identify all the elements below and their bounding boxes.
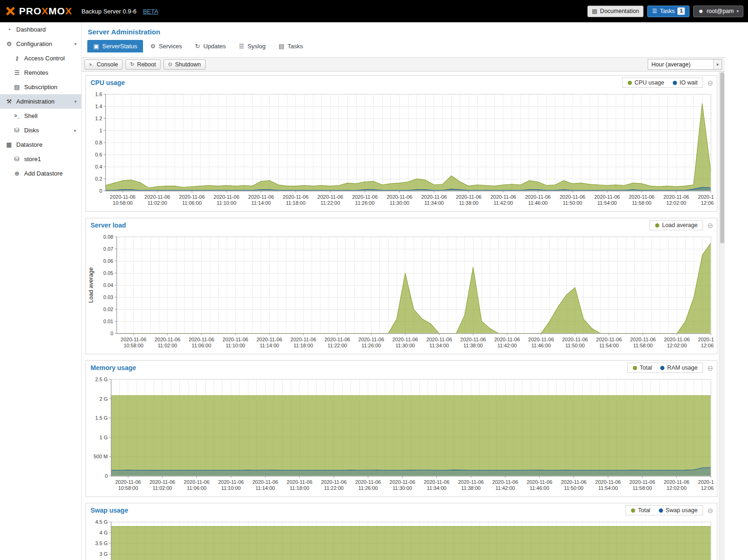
sidebar-item-label: Datastore — [16, 141, 42, 148]
chevron-right-icon[interactable]: ▸ — [74, 128, 78, 133]
tasks-icon: ☰ — [652, 8, 657, 14]
chart-legend: TotalRAM usage — [627, 363, 703, 373]
sidebar-item-datastore[interactable]: ▦Datastore — [0, 137, 81, 152]
disks-icon: ⛁ — [13, 127, 21, 134]
chart-panel-header: Server loadLoad average⊖ — [86, 218, 717, 232]
collapse-icon[interactable]: ⊖ — [707, 222, 713, 229]
tab-updates[interactable]: ↻Updates — [189, 40, 232, 52]
chevron-down-icon[interactable]: ▾ — [74, 41, 78, 46]
updates-icon: ↻ — [195, 43, 200, 50]
documentation-button[interactable]: ▤ Documentation — [587, 6, 644, 17]
legend-item: IO wait — [673, 79, 698, 86]
sidebar-item-label: Administration — [16, 98, 54, 105]
svg-text:Load average: Load average — [88, 267, 94, 303]
svg-text:2020-11-0611:22:00: 2020-11-0611:22:00 — [321, 479, 346, 491]
toolbar-button-label: Shutdown — [175, 61, 201, 68]
sidebar-item-store1[interactable]: ⛁store1 — [0, 152, 81, 166]
chart-title: Memory usage — [91, 364, 136, 371]
legend-label: CPU usage — [635, 79, 664, 86]
svg-text:2020-11-0611:46:00: 2020-11-0611:46:00 — [525, 194, 551, 206]
svg-text:2020-11-0611:46:00: 2020-11-0611:46:00 — [527, 479, 552, 491]
add-datastore-icon: ⊕ — [13, 170, 21, 177]
legend-item: CPU usage — [628, 79, 664, 86]
server-status-region: >_Console↻Reboot⊙Shutdown Hour (average)… — [82, 57, 725, 560]
services-icon: ⚙ — [150, 43, 156, 50]
tab-label: Updates — [203, 43, 226, 50]
sidebar-item-disks[interactable]: ⛁Disks▸ — [0, 123, 81, 137]
chart-legend: Load average — [650, 220, 703, 230]
user-label: root@pam — [707, 8, 734, 14]
tab-tasks[interactable]: ▤Tasks — [273, 40, 309, 52]
sidebar-item-configuration[interactable]: ⚙Configuration▾ — [0, 37, 81, 51]
reboot-button[interactable]: ↻Reboot — [125, 59, 161, 70]
tab-services[interactable]: ⚙Services — [144, 40, 188, 52]
collapse-icon[interactable]: ⊖ — [707, 365, 713, 371]
chart-legend: CPU usageIO wait — [622, 78, 703, 88]
shutdown-button[interactable]: ⊙Shutdown — [163, 59, 206, 70]
svg-text:0.4: 0.4 — [95, 164, 102, 169]
svg-text:2020-11-0611:58:00: 2020-11-0611:58:00 — [630, 479, 655, 491]
svg-text:2020-11-0611:30:00: 2020-11-0611:30:00 — [392, 337, 418, 348]
reboot-icon: ↻ — [130, 61, 134, 67]
access-control-icon: ⚷ — [13, 55, 21, 62]
svg-text:0.08: 0.08 — [104, 234, 113, 240]
svg-text:2020-11-0610:58:00: 2020-11-0610:58:00 — [110, 194, 136, 206]
svg-text:2020-11-0611:58:00: 2020-11-0611:58:00 — [629, 194, 654, 206]
sidebar-item-remotes[interactable]: ☰Remotes — [0, 65, 81, 80]
chevron-down-icon: ▾ — [736, 9, 739, 13]
legend-label: Total — [640, 365, 652, 371]
svg-text:2020-11-0611:06:00: 2020-11-0611:06:00 — [189, 337, 214, 348]
chart-panel-header: CPU usageCPU usageIO wait⊖ — [86, 76, 717, 90]
time-range-select[interactable]: Hour (average) ▾ — [648, 59, 722, 70]
vertical-scrollbar[interactable] — [719, 72, 725, 560]
svg-text:2020-11-0611:38:00: 2020-11-0611:38:00 — [458, 479, 483, 491]
sidebar-item-dashboard[interactable]: ◔Dashboard — [0, 22, 81, 37]
legend-dot — [655, 223, 659, 228]
chart-legend: TotalSwap usage — [625, 505, 703, 515]
time-range-value: Hour (average) — [648, 61, 713, 68]
svg-text:2020-11-0612:02:00: 2020-11-0612:02:00 — [663, 479, 689, 491]
collapse-icon[interactable]: ⊖ — [707, 79, 713, 86]
administration-icon: ⚒ — [5, 98, 13, 105]
svg-text:2020-11-0611:30:00: 2020-11-0611:30:00 — [387, 194, 412, 206]
legend-item: Total — [631, 507, 650, 514]
svg-text:0.03: 0.03 — [104, 294, 113, 300]
svg-text:4 G: 4 G — [99, 530, 108, 535]
svg-text:2020-11-0611:22:00: 2020-11-0611:22:00 — [318, 194, 343, 206]
shutdown-icon: ⊙ — [168, 61, 172, 67]
tab-serverstatus[interactable]: ▣ServerStatus — [87, 40, 143, 52]
sidebar-nav: ◔Dashboard⚙Configuration▾⚷Access Control… — [0, 22, 81, 181]
svg-text:0.01: 0.01 — [104, 319, 113, 324]
user-menu-button[interactable]: ☻ root@pam ▾ — [693, 6, 743, 17]
scrollbar-thumb[interactable] — [720, 72, 724, 243]
sidebar-item-access-control[interactable]: ⚷Access Control — [0, 51, 81, 65]
legend-label: RAM usage — [667, 365, 697, 371]
console-button[interactable]: >_Console — [85, 59, 123, 70]
chart-panel-header: Swap usageTotalSwap usage⊖ — [86, 503, 717, 517]
svg-text:2020-11-0611:38:00: 2020-11-0611:38:00 — [460, 337, 486, 348]
beta-link[interactable]: BETA — [143, 8, 158, 15]
configuration-icon: ⚙ — [5, 40, 13, 47]
svg-text:2020-11-0612:02:00: 2020-11-0612:02:00 — [663, 194, 689, 206]
sidebar-item-subscription[interactable]: ▤Subscription — [0, 80, 81, 94]
collapse-icon[interactable]: ⊖ — [707, 507, 713, 514]
sidebar-item-label: Subscription — [24, 84, 58, 91]
sidebar-item-administration[interactable]: ⚒Administration▾ — [0, 94, 81, 109]
store1-icon: ⛁ — [13, 156, 21, 163]
user-icon: ☻ — [698, 8, 704, 14]
svg-text:2020-11-0611:18:00: 2020-11-0611:18:00 — [283, 194, 308, 206]
tab-syslog[interactable]: ☰Syslog — [233, 40, 272, 52]
tab-label: ServerStatus — [102, 43, 137, 50]
syslog-icon: ☰ — [239, 43, 244, 50]
chart-title: Swap usage — [91, 507, 128, 514]
sidebar-item-shell[interactable]: >_Shell — [0, 109, 81, 123]
sidebar-item-add-datastore[interactable]: ⊕Add Datastore — [0, 166, 81, 181]
svg-text:2020-11-0611:54:00: 2020-11-0611:54:00 — [596, 337, 622, 348]
chevron-down-icon[interactable]: ▾ — [74, 99, 78, 104]
tasks-button[interactable]: ☰ Tasks 1 — [647, 6, 689, 17]
legend-label: Load average — [662, 222, 697, 228]
subscription-icon: ▤ — [13, 84, 21, 91]
svg-text:2020-11-0612:06:00: 2020-11-0612:06:00 — [698, 479, 714, 491]
console-icon: >_ — [89, 62, 94, 67]
svg-text:2020-11-0612:06:00: 2020-11-0612:06:00 — [698, 337, 714, 348]
